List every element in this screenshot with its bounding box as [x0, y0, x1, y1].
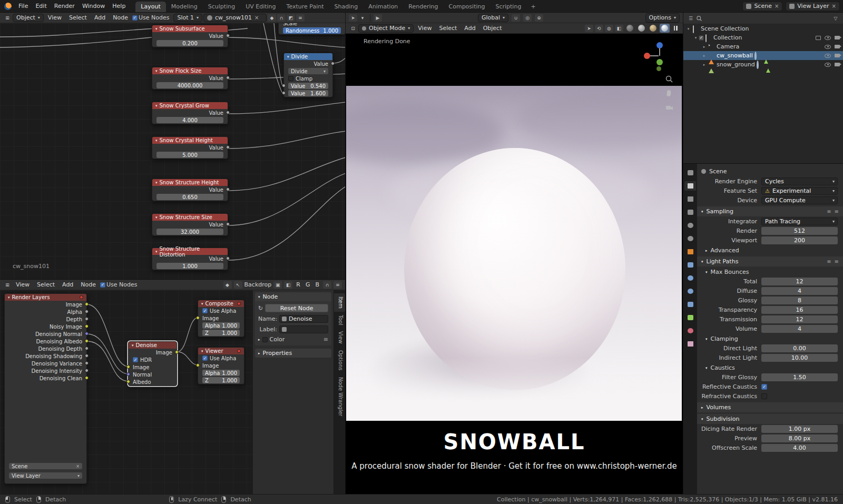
viewport-samples-field[interactable]: 200: [761, 236, 838, 244]
axis-x-icon[interactable]: [644, 53, 650, 59]
value-output-socket[interactable]: [226, 145, 230, 149]
outliner-row-snow-ground[interactable]: ▸ snow_ground: [683, 60, 843, 69]
workspace-tab-scripting[interactable]: Scripting: [490, 2, 526, 12]
tab-physics[interactable]: [684, 286, 696, 296]
value-slider[interactable]: 1.000: [156, 263, 223, 269]
image-input-socket[interactable]: [196, 316, 200, 320]
use-nodes-checkbox[interactable]: ✓: [132, 15, 138, 21]
extras-icon[interactable]: ≡: [835, 209, 839, 214]
expand-icon[interactable]: ▸: [701, 54, 707, 58]
denoising-clean-output-socket[interactable]: [85, 376, 89, 380]
expand-icon[interactable]: ▸: [701, 45, 707, 49]
expand-icon[interactable]: ▾: [685, 27, 691, 31]
shader-menu-select[interactable]: Select: [66, 14, 90, 22]
color-row[interactable]: ▸ Color ≡: [258, 336, 328, 343]
collapse-icon[interactable]: ▾: [201, 349, 203, 353]
shading-material-button[interactable]: [648, 24, 658, 33]
active-tool-icon[interactable]: ➤: [349, 14, 357, 22]
volume-field[interactable]: 4: [761, 325, 838, 333]
tab-tool[interactable]: [684, 168, 696, 177]
menu-edit[interactable]: Edit: [32, 2, 50, 11]
advanced-subsection[interactable]: ▸ Advanced: [697, 246, 843, 255]
scene-unlink-icon[interactable]: ×: [76, 464, 80, 469]
sidebar-tab-tool[interactable]: Tool: [334, 312, 345, 328]
denoising-normal-output-socket[interactable]: [85, 332, 89, 335]
collapse-icon[interactable]: ▾: [155, 250, 158, 254]
alpha-icon[interactable]: ◧: [284, 281, 292, 289]
axis-z-icon[interactable]: [656, 42, 663, 48]
compositor-node-canvas[interactable]: ▾Render Layers Image Alpha Depth Noisy I…: [0, 290, 345, 495]
scale-row[interactable]: Scale: [279, 23, 345, 27]
collapse-icon[interactable]: ▾: [155, 27, 158, 31]
alpha-slider[interactable]: Alpha1.000: [202, 370, 240, 376]
menu-file[interactable]: File: [15, 2, 32, 11]
device-dropdown[interactable]: GPU Compute▾: [761, 196, 838, 204]
snap-icon[interactable]: ∩: [323, 281, 331, 289]
collapse-icon[interactable]: ▾: [8, 295, 10, 300]
node-viewer[interactable]: ▾Viewer ✓Use Alpha Image Alpha1.000 Z1.0…: [198, 347, 244, 384]
view-layer-selector[interactable]: View Layer ×: [786, 2, 840, 11]
mode-dropdown[interactable]: Object Mode ▾: [358, 24, 414, 33]
shader-menu-view[interactable]: View: [45, 14, 65, 22]
volumes-section-header[interactable]: ▸ Volumes: [697, 402, 843, 412]
integrator-dropdown[interactable]: Path Tracing▾: [761, 218, 838, 225]
editor-type-icon[interactable]: ⊡: [349, 25, 357, 32]
workspace-tab-animation[interactable]: Animation: [363, 2, 403, 12]
axis-y-icon[interactable]: [656, 59, 663, 65]
tab-constraints[interactable]: [684, 300, 696, 309]
proportional-edit-icon[interactable]: ◎: [523, 14, 532, 22]
value-output-socket[interactable]: [226, 111, 230, 114]
value-output-socket[interactable]: [226, 34, 230, 37]
overlays-toggle-icon[interactable]: ◍: [605, 25, 613, 32]
value2-slider[interactable]: Value1.600: [288, 90, 328, 96]
image-input-socket[interactable]: [196, 363, 200, 367]
denoising-intensity-output-socket[interactable]: [85, 369, 89, 372]
node-denoise[interactable]: ▾Denoise Image ✓HDR Image Normal Albedo: [128, 341, 177, 386]
workspace-tab-texture-paint[interactable]: Texture Paint: [281, 2, 329, 12]
tab-scene[interactable]: [684, 221, 696, 230]
subdivision-section-header[interactable]: ▾ Subdivision: [697, 414, 843, 424]
tab-modifiers[interactable]: [684, 260, 696, 270]
viewport-canvas[interactable]: Rendering Done SNOWBALL A procedural sno…: [346, 34, 683, 494]
tab-output[interactable]: [684, 194, 696, 204]
value-slider[interactable]: 32.000: [156, 229, 223, 235]
denoising-albedo-output-socket[interactable]: [85, 339, 89, 343]
options-dropdown[interactable]: Options ▾: [645, 13, 680, 23]
scene-unlink-icon[interactable]: ×: [775, 3, 779, 9]
outliner-row-camera[interactable]: ▸ Camera: [683, 42, 843, 51]
filter-glossy-field[interactable]: 1.50: [761, 373, 838, 381]
workspace-tab-rendering[interactable]: Rendering: [403, 2, 443, 12]
blender-icon[interactable]: [4, 3, 12, 10]
collection-include-checkbox[interactable]: ✓: [699, 35, 704, 41]
select-visibility-icon[interactable]: ➤: [585, 25, 593, 32]
reset-node-button[interactable]: Reset Node: [265, 304, 328, 312]
hide-viewport-icon[interactable]: [825, 54, 831, 58]
image-icon[interactable]: ▣: [273, 281, 282, 289]
menu-window[interactable]: Window: [79, 2, 109, 11]
transparency-field[interactable]: 16: [761, 306, 838, 314]
collapse-icon[interactable]: ▾: [155, 181, 158, 185]
value-output-socket[interactable]: [331, 62, 335, 65]
image-output-socket[interactable]: [175, 350, 179, 354]
disable-render-icon[interactable]: [835, 54, 840, 57]
z-slider[interactable]: Z1.000: [202, 377, 240, 383]
play-icon[interactable]: ▶: [374, 14, 382, 22]
disable-viewport-icon[interactable]: [816, 36, 821, 40]
material-id-block[interactable]: cw_snow101 ×: [203, 14, 267, 22]
add-workspace-button[interactable]: +: [526, 2, 540, 12]
scene-selector[interactable]: Scene ×: [742, 2, 782, 11]
alpha-slider[interactable]: Alpha1.000: [202, 322, 240, 329]
disable-render-icon[interactable]: [835, 45, 840, 48]
label-input[interactable]: [279, 325, 328, 333]
feature-set-dropdown[interactable]: ⚠Experimental▾: [761, 187, 838, 195]
reflective-caustics-checkbox[interactable]: ✓: [761, 384, 767, 390]
filter-icon[interactable]: ▽: [831, 15, 840, 22]
z-slider[interactable]: Z1.000: [202, 330, 240, 336]
caustics-subsection[interactable]: ▾ Caustics: [697, 363, 843, 372]
name-input[interactable]: Denoise: [279, 315, 328, 323]
collapse-icon[interactable]: ▾: [201, 302, 203, 306]
refractive-caustics-checkbox[interactable]: [761, 393, 767, 399]
view-layer-dropdown[interactable]: View Layer▾: [9, 472, 82, 479]
outliner-row-cw-snowball[interactable]: ▸ cw_snowball: [683, 51, 843, 60]
denoising-shadowing-output-socket[interactable]: [85, 354, 89, 358]
